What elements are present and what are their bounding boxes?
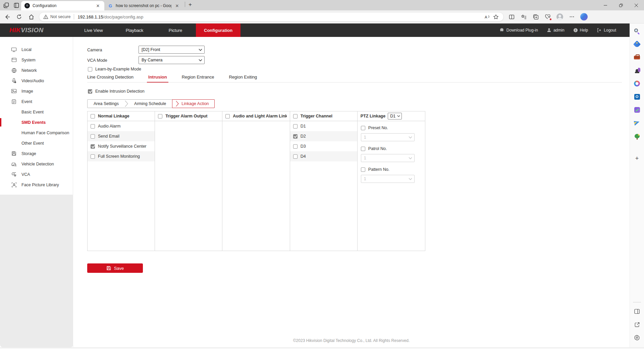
subtab-area-settings[interactable]: Area Settings [88,100,125,108]
tab-configuration[interactable]: Configuration ✕ [21,1,104,10]
profile-avatar[interactable] [555,12,564,21]
send-email-checkbox[interactable] [91,134,95,139]
sidebar-item-human-face-comparison[interactable]: Human Face Comparison [0,128,73,138]
tab-intrusion[interactable]: Intrusion [148,74,167,82]
browser-essentials-icon[interactable] [543,12,552,21]
url-text[interactable]: 192.168.1.15/doc/page/config.asp [77,14,483,19]
preset-no-select[interactable]: 1 [361,133,415,141]
enable-intrusion-checkbox[interactable] [88,89,92,94]
home-button[interactable] [26,12,36,22]
sidebar-item-vca[interactable]: VCA [0,169,73,180]
bing-search-icon[interactable] [633,27,641,36]
copilot-icon[interactable] [580,12,588,21]
tab-google-search[interactable]: G how to screenshot on pc - Googl ✕ [104,1,183,10]
sidebar-item-smd-events[interactable]: SMD Events [0,117,73,128]
sidebar-item-storage[interactable]: Storage [0,148,73,159]
microsoft-365-icon[interactable] [633,79,641,88]
tab-close-icon[interactable]: ✕ [95,3,101,9]
split-screen-icon[interactable] [507,12,516,21]
nav-picture[interactable]: Picture [155,23,196,37]
sidebar-item-face-picture-library[interactable]: Face Picture Library [0,180,73,190]
audio-light-alarm-header-checkbox[interactable] [225,114,230,118]
tab-close-icon[interactable]: ✕ [174,3,180,9]
read-aloud-icon[interactable]: A [483,12,491,21]
logout-link[interactable]: Logout [597,28,616,33]
nav-playback[interactable]: Playback [114,23,155,37]
hikvision-page: HIKVISION Live View Playback Picture Con… [0,23,630,349]
designer-icon[interactable] [633,105,641,114]
favorite-star-icon[interactable] [491,12,500,21]
microphone-icon [11,78,17,84]
subtab-linkage-action[interactable]: Linkage Action [172,99,214,108]
preset-no-checkbox[interactable] [361,126,365,130]
browser-window: Configuration ✕ G how to screenshot on p… [0,0,644,349]
shopping-icon[interactable] [633,40,641,49]
pattern-no-select[interactable]: 1 [361,175,415,183]
column-normal-linkage: Normal Linkage Audio Alarm Send Email No… [88,111,155,251]
subtab-arming-schedule[interactable]: Arming Schedule [128,100,172,108]
grow-garden-icon[interactable] [633,132,641,140]
normal-linkage-header-checkbox[interactable] [91,114,95,118]
ptz-channel-select[interactable]: D1 [388,113,402,119]
tab-region-exiting[interactable]: Region Exiting [229,74,257,82]
games-icon[interactable] [633,66,641,75]
settings-gear-icon[interactable] [633,333,641,342]
tab-line-crossing-detection[interactable]: Line Crossing Detection [87,74,133,82]
sidebar-item-event[interactable]: Event [0,96,73,107]
nav-configuration[interactable]: Configuration [196,23,240,37]
not-secure-warning[interactable]: Not secure [43,14,70,19]
patrol-no-select[interactable]: 1 [361,154,415,162]
window-minimize-button[interactable] [598,0,613,10]
help-link[interactable]: i Help [573,28,588,33]
notify-surveillance-center-checkbox[interactable] [91,144,95,149]
sidebar-item-vehicle-detection[interactable]: Vehicle Detection [0,159,73,169]
sidebar-item-basic-event[interactable]: Basic Event [0,107,73,117]
patrol-no-checkbox[interactable] [361,147,365,151]
channel-d1-checkbox[interactable] [293,124,298,129]
drop-icon[interactable] [633,118,641,127]
sidebar-item-local[interactable]: Local [0,44,73,55]
edge-sidebar: + [630,23,644,349]
tools-icon[interactable] [633,53,641,62]
full-screen-monitoring-checkbox[interactable] [91,154,95,159]
open-in-browser-icon[interactable] [633,320,641,329]
sidebar-item-network[interactable]: Network [0,65,73,76]
channel-d3-checkbox[interactable] [293,144,298,149]
learn-by-example-checkbox[interactable] [88,67,92,71]
collections-icon[interactable] [531,12,540,21]
download-plugin-link[interactable]: Download Plug-in [499,28,538,33]
sidebar-item-image[interactable]: Image [0,86,73,96]
add-sidebar-item-icon[interactable]: + [633,154,641,163]
pattern-no-checkbox[interactable] [361,167,365,172]
address-bar[interactable]: Not secure 192.168.1.15/doc/page/config.… [39,12,504,21]
tab-actions-icon[interactable] [14,3,19,8]
window-restore-button[interactable] [613,0,629,10]
nav-live-view[interactable]: Live View [73,23,114,37]
workspaces-icon[interactable] [3,2,9,8]
channel-d4-checkbox[interactable] [293,154,298,159]
sidebar-item-other-event[interactable]: Other Event [0,138,73,148]
user-icon [547,28,551,33]
trigger-alarm-output-header-checkbox[interactable] [158,114,162,118]
security-label: Not secure [50,14,70,19]
sidebar-item-video-audio[interactable]: Video/Audio [0,76,73,86]
admin-user[interactable]: admin [547,28,565,33]
sidebar-panel-icon[interactable] [633,307,641,316]
camera-select[interactable]: [D2] Front [139,46,205,54]
outlook-icon[interactable] [633,92,641,101]
audio-alarm-checkbox[interactable] [91,124,95,129]
new-tab-button[interactable]: + [186,1,195,9]
back-button[interactable] [2,12,12,22]
sidebar-item-system[interactable]: System [0,55,73,65]
window-close-button[interactable] [629,0,644,10]
trigger-channel-header-checkbox[interactable] [293,114,298,118]
refresh-button[interactable] [14,12,24,22]
logout-icon [597,28,602,33]
channel-d2-checkbox[interactable] [293,134,298,139]
essentials-badge [549,18,552,20]
vca-mode-select[interactable]: By Camera [139,56,205,64]
favorites-list-icon[interactable] [519,12,528,21]
tab-region-entrance[interactable]: Region Entrance [182,74,214,82]
settings-more-icon[interactable] [568,12,576,21]
save-button[interactable]: Save [87,263,143,273]
